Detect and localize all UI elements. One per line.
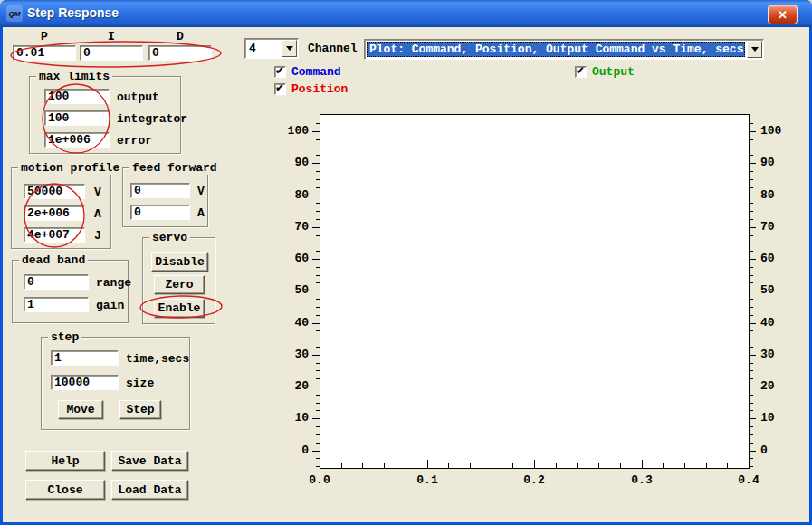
motion-profile-title: motion profile	[18, 161, 122, 175]
servo-title: servo	[149, 231, 190, 244]
output-checkbox[interactable]: ✔	[575, 66, 587, 78]
max-limits-title: max limits	[36, 70, 112, 83]
max-error-label: error	[117, 134, 152, 148]
plot-selector-arrow-icon[interactable]	[747, 41, 762, 58]
servo-group: servo Disable Zero Enable	[142, 237, 215, 324]
max-output-input[interactable]	[44, 89, 110, 104]
gain-input[interactable]	[24, 297, 89, 312]
step-response-window: QM Step Response ✕ P I D 4 Channel Plot:…	[0, 0, 812, 525]
ff-accel-input[interactable]	[130, 205, 190, 220]
motion-profile-group: motion profile V A J	[11, 167, 111, 249]
help-button[interactable]: Help	[25, 451, 105, 471]
ff-velocity-label: V	[197, 185, 205, 198]
step-time-label: time,secs	[126, 352, 189, 366]
close-window-button[interactable]: Close	[25, 480, 105, 500]
feed-forward-title: feed forward	[129, 161, 220, 175]
velocity-label: V	[94, 186, 101, 199]
range-label: range	[96, 276, 131, 290]
dead-band-group: dead band range gain	[12, 260, 129, 323]
step-group: step time,secs size Move Step	[41, 337, 190, 430]
step-size-input[interactable]	[51, 375, 119, 390]
disable-button[interactable]: Disable	[151, 252, 208, 272]
save-data-button[interactable]: Save Data	[111, 451, 188, 471]
step-title: step	[48, 330, 81, 344]
app-icon: QM	[6, 5, 23, 22]
zero-button[interactable]: Zero	[154, 275, 205, 294]
plot-area	[320, 114, 750, 469]
accel-label: A	[94, 207, 101, 221]
i-label: I	[80, 30, 143, 43]
channel-label: Channel	[308, 42, 358, 55]
max-integrator-input[interactable]	[44, 110, 110, 126]
position-checkbox-label: Position	[291, 82, 348, 96]
p-input[interactable]	[13, 45, 76, 61]
command-checkbox-label: Command	[291, 65, 341, 79]
ff-accel-label: A	[197, 206, 205, 220]
channel-value: 4	[249, 42, 256, 55]
move-button[interactable]: Move	[58, 400, 103, 419]
command-checkbox[interactable]: ✔	[274, 66, 286, 78]
d-label: D	[148, 30, 212, 43]
ff-velocity-input[interactable]	[130, 183, 190, 198]
jerk-input[interactable]	[24, 227, 85, 243]
gain-label: gain	[96, 299, 124, 312]
check-icon: ✔	[576, 64, 585, 77]
check-icon: ✔	[275, 81, 284, 94]
feed-forward-group: feed forward V A	[122, 167, 208, 227]
max-output-label: output	[117, 91, 159, 104]
step-button[interactable]: Step	[119, 400, 161, 419]
velocity-input[interactable]	[24, 184, 85, 199]
step-time-input[interactable]	[51, 350, 119, 366]
range-input[interactable]	[24, 274, 89, 290]
plot-selector-dropdown[interactable]: Plot: Command, Position, Output Command …	[364, 39, 764, 60]
enable-button[interactable]: Enable	[154, 299, 205, 318]
d-input[interactable]	[148, 45, 212, 61]
jerk-label: J	[94, 229, 101, 243]
load-data-button[interactable]: Load Data	[111, 480, 188, 500]
dead-band-title: dead band	[19, 253, 88, 267]
output-checkbox-label: Output	[592, 65, 635, 79]
title-bar: QM Step Response ✕	[0, 0, 812, 27]
max-error-input[interactable]	[44, 132, 110, 148]
plot-selector-value: Plot: Command, Position, Output Command …	[367, 42, 745, 57]
channel-dropdown[interactable]: 4	[244, 38, 299, 59]
i-input[interactable]	[80, 45, 143, 61]
accel-input[interactable]	[24, 205, 85, 221]
window-title: Step Response	[27, 5, 119, 20]
channel-dropdown-arrow-icon[interactable]	[282, 40, 297, 57]
p-label: P	[13, 30, 76, 43]
step-size-label: size	[126, 377, 154, 390]
max-integrator-label: integrator	[117, 112, 187, 126]
max-limits-group: max limits output integrator error	[29, 76, 181, 154]
check-icon: ✔	[275, 64, 284, 77]
position-checkbox[interactable]: ✔	[274, 83, 286, 95]
close-button[interactable]: ✕	[768, 5, 798, 24]
